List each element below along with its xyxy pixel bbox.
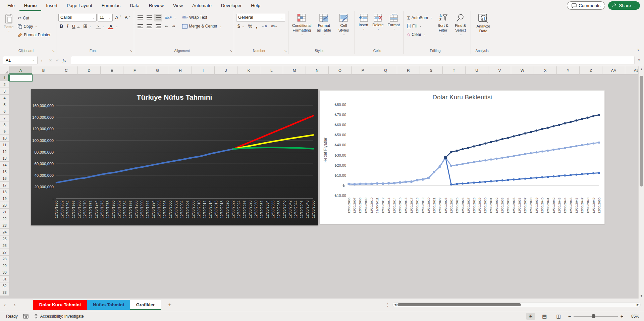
number-dialog-launcher[interactable]: ↘ bbox=[284, 49, 287, 53]
tab-splitter-handle[interactable]: ⋮ bbox=[386, 303, 390, 307]
orientation-button[interactable]: ab↗⌄ bbox=[163, 14, 177, 21]
column-header-c[interactable]: C bbox=[55, 66, 78, 74]
increase-indent-button[interactable]: ⇥ bbox=[170, 22, 176, 30]
font-size-combo[interactable]: 11⌄ bbox=[98, 14, 113, 21]
select-all-corner[interactable] bbox=[0, 66, 9, 74]
wrap-text-button[interactable]: ab⤶Wrap Text bbox=[181, 13, 208, 22]
ribbon-tab-page-layout[interactable]: Page Layout bbox=[62, 0, 97, 11]
autosum-button[interactable]: ΣAutoSum⌄ bbox=[406, 14, 434, 21]
macro-record-icon[interactable] bbox=[23, 314, 29, 319]
underline-button[interactable]: U⌄ bbox=[71, 22, 81, 30]
row-header-11[interactable]: 11 bbox=[0, 142, 9, 148]
align-bottom-button[interactable] bbox=[154, 14, 162, 21]
analyze-data-button[interactable]: Analyze Data bbox=[473, 13, 494, 47]
fill-button[interactable]: ↓Fill⌄ bbox=[406, 22, 423, 30]
zoom-in-icon[interactable]: + bbox=[621, 314, 623, 319]
align-center-button[interactable] bbox=[145, 22, 153, 30]
column-header-s[interactable]: S bbox=[420, 66, 443, 74]
column-header-u[interactable]: U bbox=[466, 66, 488, 74]
share-button[interactable]: Share ⌄ bbox=[608, 1, 640, 10]
column-header-b[interactable]: B bbox=[32, 66, 55, 74]
ribbon-tab-formulas[interactable]: Formulas bbox=[97, 0, 125, 11]
insert-function-icon[interactable]: fx bbox=[63, 58, 66, 63]
format-cells-button[interactable]: Format⌄ bbox=[386, 13, 401, 47]
row-header-1[interactable]: 1 bbox=[0, 74, 9, 81]
ribbon-tab-view[interactable]: View bbox=[168, 0, 187, 11]
ribbon-tab-data[interactable]: Data bbox=[125, 0, 144, 11]
column-header-h[interactable]: H bbox=[169, 66, 192, 74]
row-header-23[interactable]: 23 bbox=[0, 222, 9, 229]
decrease-font-button[interactable]: A˅ bbox=[123, 14, 132, 21]
ribbon-tab-automate[interactable]: Automate bbox=[187, 0, 216, 11]
bold-button[interactable]: B bbox=[58, 22, 64, 30]
row-header-6[interactable]: 6 bbox=[0, 108, 9, 115]
zoom-out-icon[interactable]: − bbox=[568, 314, 571, 319]
ribbon-tab-review[interactable]: Review bbox=[144, 0, 168, 11]
column-header-n[interactable]: N bbox=[306, 66, 329, 74]
column-header-g[interactable]: G bbox=[146, 66, 169, 74]
percent-format-button[interactable]: % bbox=[247, 22, 254, 30]
ribbon-tab-help[interactable]: Help bbox=[246, 0, 265, 11]
align-left-button[interactable] bbox=[136, 22, 144, 30]
row-header-13[interactable]: 13 bbox=[0, 155, 9, 162]
page-break-view-button[interactable]: ◫ bbox=[554, 313, 563, 320]
row-header-20[interactable]: 20 bbox=[0, 202, 9, 209]
row-header-12[interactable]: 12 bbox=[0, 148, 9, 155]
row-header-16[interactable]: 16 bbox=[0, 175, 9, 182]
cell-styles-button[interactable]: Cell Styles⌄ bbox=[335, 13, 353, 47]
clear-button[interactable]: ◇Clear⌄ bbox=[406, 31, 427, 38]
column-header-j[interactable]: J bbox=[215, 66, 237, 74]
find-select-button[interactable]: Find & Select⌄ bbox=[452, 13, 469, 47]
column-header-w[interactable]: W bbox=[511, 66, 534, 74]
zoom-track[interactable] bbox=[574, 316, 618, 317]
font-dialog-launcher[interactable]: ↘ bbox=[130, 49, 132, 53]
row-header-3[interactable]: 3 bbox=[0, 88, 9, 95]
paste-button[interactable]: Paste ⌄ bbox=[2, 13, 15, 39]
row-header-24[interactable]: 24 bbox=[0, 229, 9, 235]
page-layout-view-button[interactable]: ▤ bbox=[540, 313, 549, 320]
row-header-14[interactable]: 14 bbox=[0, 162, 9, 168]
sort-filter-button[interactable]: AZ Sort & Filter⌄ bbox=[435, 13, 451, 47]
horizontal-scrollbar[interactable]: ◀ ▶ bbox=[392, 302, 641, 307]
ribbon-tab-developer[interactable]: Developer bbox=[216, 0, 247, 11]
row-header-17[interactable]: 17 bbox=[0, 182, 9, 189]
column-header-o[interactable]: O bbox=[329, 66, 352, 74]
row-header-18[interactable]: 18 bbox=[0, 189, 9, 195]
name-box[interactable]: A1⌄ bbox=[3, 56, 38, 64]
row-header-2[interactable]: 2 bbox=[0, 81, 9, 88]
column-header-i[interactable]: I bbox=[192, 66, 215, 74]
align-middle-button[interactable] bbox=[145, 14, 153, 21]
ribbon-tab-file[interactable]: File bbox=[3, 0, 19, 11]
row-header-22[interactable]: 22 bbox=[0, 215, 9, 222]
currency-format-button[interactable]: $⌄ bbox=[236, 22, 246, 30]
row-header-32[interactable]: 32 bbox=[0, 282, 9, 289]
population-chart[interactable]: 160,000,000140,000,000120,000,000100,000… bbox=[31, 89, 318, 225]
row-header-15[interactable]: 15 bbox=[0, 168, 9, 175]
add-sheet-button[interactable]: + bbox=[161, 302, 179, 308]
ribbon-tab-insert[interactable]: Insert bbox=[41, 0, 62, 11]
font-color-button[interactable]: A⌄ bbox=[107, 22, 119, 30]
cut-button[interactable]: ✂Cut bbox=[16, 14, 31, 22]
sheet-nav-next-icon[interactable]: › bbox=[10, 302, 19, 308]
selected-cell-a1[interactable] bbox=[9, 74, 33, 82]
sheet-tab-grafikler[interactable]: Grafikler bbox=[130, 300, 161, 310]
ribbon-collapse-button[interactable]: ˅ bbox=[637, 48, 639, 52]
decrease-indent-button[interactable]: ⇤ bbox=[163, 22, 169, 30]
horizontal-scrollbar-thumb[interactable] bbox=[397, 303, 521, 306]
column-header-l[interactable]: L bbox=[260, 66, 283, 74]
align-right-button[interactable] bbox=[154, 22, 162, 30]
decrease-decimal-button[interactable]: .00→ bbox=[269, 22, 279, 30]
increase-decimal-button[interactable]: ←.0 bbox=[260, 22, 268, 30]
column-header-a[interactable]: A bbox=[9, 66, 32, 74]
column-header-d[interactable]: D bbox=[78, 66, 101, 74]
zoom-thumb[interactable] bbox=[592, 314, 595, 318]
merge-center-button[interactable]: ↔Merge & Center⌄ bbox=[181, 22, 223, 31]
normal-view-button[interactable]: ⊞ bbox=[526, 313, 535, 320]
column-header-ab[interactable]: AB bbox=[625, 66, 638, 74]
row-header-8[interactable]: 8 bbox=[0, 121, 9, 128]
row-header-29[interactable]: 29 bbox=[0, 262, 9, 269]
increase-font-button[interactable]: A˄ bbox=[114, 14, 122, 21]
italic-button[interactable]: I bbox=[65, 22, 70, 30]
format-painter-button[interactable]: Format Painter bbox=[16, 31, 52, 39]
sheet-nav-prev-icon[interactable]: ‹ bbox=[0, 302, 10, 308]
